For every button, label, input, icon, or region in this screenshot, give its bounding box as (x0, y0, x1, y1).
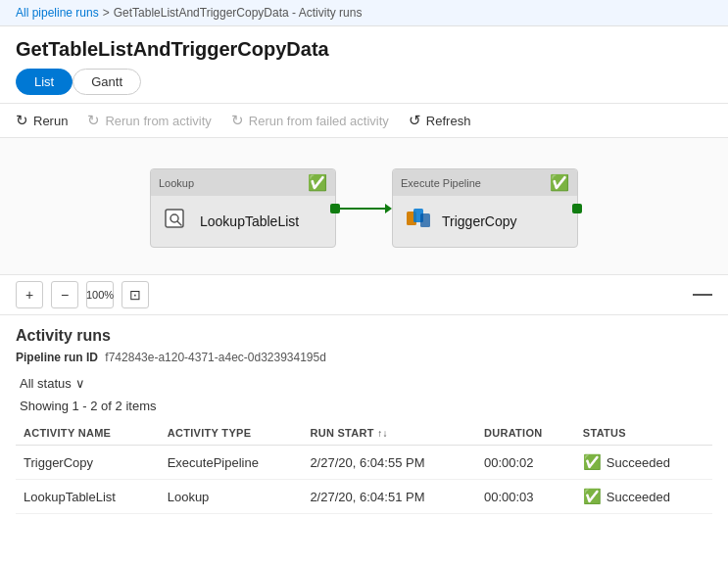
cell-run-start: 2/27/20, 6:04:55 PM (302, 446, 476, 480)
refresh-button[interactable]: ↺ Refresh (409, 112, 471, 129)
col-duration: DURATION (476, 421, 575, 446)
status-success-icon: ✅ (583, 488, 602, 505)
cell-activity-type: Lookup (160, 480, 303, 514)
zoom-in-button[interactable]: + (16, 281, 43, 308)
activity-box-lookup[interactable]: Lookup ✅ LookupTableList (150, 168, 336, 248)
lookup-icon (163, 206, 190, 237)
table-row: LookupTableList Lookup 2/27/20, 6:04:51 … (16, 480, 712, 514)
status-text: Succeeded (607, 490, 670, 504)
activity-runs-section: Activity runs Pipeline run ID f742843e-a… (0, 315, 728, 514)
activity-name-lookup: LookupTableList (200, 213, 299, 229)
activity-body-execute: TriggerCopy (393, 196, 577, 247)
lookup-success-badge: ✅ (308, 173, 327, 192)
cell-duration: 00:00:03 (476, 480, 575, 514)
activity-box-execute[interactable]: Execute Pipeline ✅ TriggerCopy (392, 168, 578, 248)
refresh-label: Refresh (426, 114, 471, 128)
col-activity-type: ACTIVITY TYPE (160, 421, 303, 446)
svg-rect-5 (420, 213, 430, 227)
activity-type-lookup: Lookup (159, 177, 194, 189)
activity-name-execute: TriggerCopy (442, 213, 517, 229)
rerun-label: Rerun (33, 114, 68, 128)
cell-activity-name: LookupTableList (16, 480, 160, 514)
rerun-button[interactable]: ↻ Rerun (16, 112, 68, 129)
table-row: TriggerCopy ExecutePipeline 2/27/20, 6:0… (16, 446, 712, 480)
breadcrumb-separator: > (103, 6, 110, 20)
rerun-from-activity-icon: ↻ (87, 112, 100, 129)
tab-bar: List Gantt (0, 69, 728, 95)
cell-duration: 00:00:02 (476, 446, 575, 480)
pipeline-run-id-row: Pipeline run ID f742843e-a120-4371-a4ec-… (16, 351, 712, 364)
page-title: GetTableListAndTriggerCopyData (0, 26, 728, 69)
activity-header-execute: Execute Pipeline ✅ (393, 169, 577, 196)
execute-icon (405, 206, 432, 237)
breadcrumb-link[interactable]: All pipeline runs (16, 6, 99, 20)
chevron-down-icon: ∨ (75, 376, 85, 391)
cell-activity-type: ExecutePipeline (160, 446, 303, 480)
col-status: STATUS (575, 421, 712, 446)
activity-header-lookup: Lookup ✅ (151, 169, 335, 196)
toolbar: ↻ Rerun ↻ Rerun from activity ↻ Rerun fr… (0, 103, 728, 138)
table-header: ACTIVITY NAME ACTIVITY TYPE RUN START ↑↓… (16, 421, 712, 446)
filter-row: All status ∨ (16, 374, 712, 393)
refresh-icon: ↺ (409, 112, 421, 129)
col-activity-name: ACTIVITY NAME (16, 421, 160, 446)
canvas-divider (693, 294, 712, 296)
all-status-filter[interactable]: All status ∨ (16, 374, 89, 393)
zoom-out-button[interactable]: − (51, 281, 78, 308)
sort-icon: ↑↓ (377, 428, 388, 439)
showing-text: Showing 1 - 2 of 2 items (16, 399, 712, 413)
tab-list[interactable]: List (16, 69, 73, 95)
breadcrumb-current: GetTableListAndTriggerCopyData - Activit… (114, 6, 363, 20)
frame-button[interactable]: ⊡ (121, 281, 149, 308)
cell-run-start: 2/27/20, 6:04:51 PM (302, 480, 476, 514)
tab-gantt[interactable]: Gantt (73, 69, 141, 95)
filter-label: All status (20, 376, 72, 391)
connector-arrow (336, 204, 392, 213)
section-title: Activity runs (16, 327, 712, 345)
activity-body-lookup: LookupTableList (151, 196, 335, 247)
status-success-icon: ✅ (583, 453, 602, 471)
pipeline-flow: Lookup ✅ LookupTableList (150, 168, 578, 248)
cell-activity-name: TriggerCopy (16, 446, 160, 480)
activity-type-execute: Execute Pipeline (401, 177, 481, 189)
table-body: TriggerCopy ExecutePipeline 2/27/20, 6:0… (16, 446, 712, 514)
rerun-from-activity-button[interactable]: ↻ Rerun from activity (87, 112, 211, 129)
pipeline-run-label: Pipeline run ID (16, 351, 98, 364)
rerun-from-failed-icon: ↻ (231, 112, 244, 129)
canvas-controls: + − 100% ⊡ (0, 275, 728, 315)
breadcrumb: All pipeline runs > GetTableListAndTrigg… (0, 0, 728, 26)
rerun-icon: ↻ (16, 112, 28, 129)
pipeline-run-id-value: f742843e-a120-4371-a4ec-0d323934195d (105, 351, 326, 364)
execute-success-badge: ✅ (550, 173, 569, 192)
fit-button[interactable]: 100% (86, 281, 114, 308)
rerun-from-activity-label: Rerun from activity (105, 114, 211, 128)
rerun-from-failed-label: Rerun from failed activity (249, 114, 389, 128)
cell-status: ✅ Succeeded (575, 446, 712, 480)
status-text: Succeeded (607, 455, 670, 470)
rerun-from-failed-button[interactable]: ↻ Rerun from failed activity (231, 112, 389, 129)
pipeline-canvas: Lookup ✅ LookupTableList (0, 138, 728, 275)
activity-runs-table: ACTIVITY NAME ACTIVITY TYPE RUN START ↑↓… (16, 421, 712, 514)
cell-status: ✅ Succeeded (575, 480, 712, 514)
col-run-start[interactable]: RUN START ↑↓ (302, 421, 476, 446)
